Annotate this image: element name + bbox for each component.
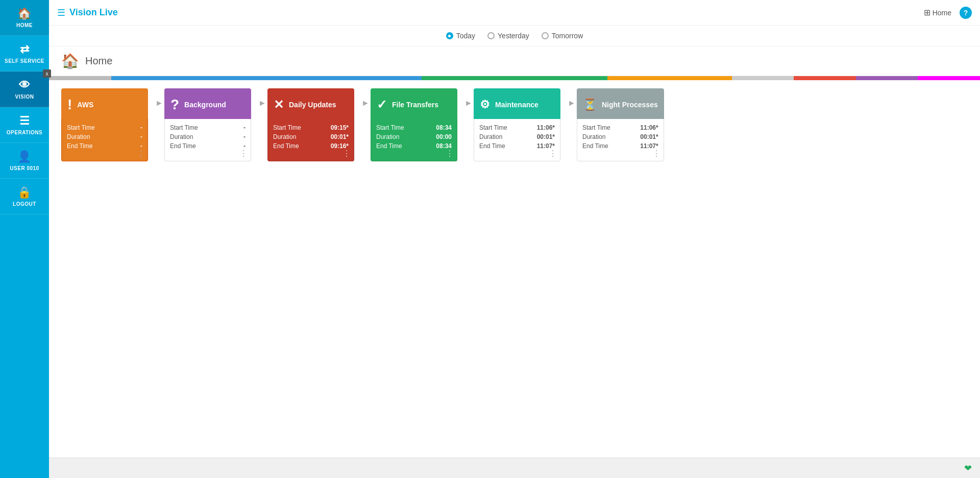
du-start-row: Start Time 09:15*: [273, 123, 349, 132]
bg-start-value: -: [243, 124, 246, 131]
du-end-label: End Time: [273, 142, 299, 150]
segment-2: [111, 76, 235, 80]
ft-duration-row: Duration 00:00: [376, 132, 452, 141]
ma-duration-label: Duration: [479, 133, 502, 140]
logout-icon: 🔒: [17, 186, 32, 199]
vision-close-button[interactable]: x: [43, 69, 51, 78]
aws-start-row: Start Time -: [67, 123, 142, 132]
bg-duration-value: -: [243, 133, 246, 140]
arrow-5: ►: [567, 99, 577, 108]
du-duration-value: 00:01*: [331, 133, 349, 140]
ma-duration-value: 00:01*: [537, 133, 555, 140]
card-header-maintenance: ⚙ Maintenance: [474, 88, 560, 119]
maintenance-menu-button[interactable]: ⋮: [549, 150, 557, 158]
ma-end-row: End Time 11:07*: [479, 141, 555, 151]
operations-icon: ☰: [19, 114, 30, 128]
menu-icon[interactable]: ☰: [57, 7, 65, 18]
ma-duration-row: Duration 00:01*: [479, 132, 555, 141]
card-aws[interactable]: ! AWS Start Time - Duration - End Time -: [61, 88, 148, 161]
file-transfers-title: File Transfers: [392, 101, 438, 109]
card-night-processes[interactable]: ⏳ Night Processes Start Time 11:06* Dura…: [577, 88, 664, 161]
background-icon: ?: [170, 97, 179, 113]
sidebar-label-self-service: SELF SERVICE: [5, 58, 44, 64]
sidebar-item-vision[interactable]: 👁 VISION: [0, 71, 49, 107]
np-end-value: 11:07*: [640, 142, 658, 150]
np-duration-label: Duration: [582, 133, 605, 140]
arrow-2: ►: [257, 99, 267, 108]
footer-heart-icon: ❤: [964, 463, 972, 474]
card-body-aws: Start Time - Duration - End Time - ⋮: [61, 119, 148, 161]
ma-start-row: Start Time 11:06*: [479, 123, 555, 132]
daily-updates-menu-button[interactable]: ⋮: [342, 150, 351, 158]
card-background[interactable]: ? Background Start Time - Duration - End…: [164, 88, 251, 161]
sidebar: 🏠 HOME ⇄ SELF SERVICE 👁 VISION ☰ OPERATI…: [0, 0, 49, 478]
aws-menu-button[interactable]: ⋮: [137, 150, 145, 158]
np-start-label: Start Time: [582, 124, 610, 131]
card-maintenance[interactable]: ⚙ Maintenance Start Time 11:06* Duration…: [474, 88, 560, 161]
card-header-daily-updates: ✕ Daily Updates: [267, 88, 354, 119]
file-transfers-icon: ✓: [377, 98, 387, 112]
np-duration-value: 00:01*: [640, 133, 658, 140]
radio-yesterday: [487, 32, 495, 39]
aws-end-label: End Time: [67, 142, 93, 150]
filter-tomorrow[interactable]: Tomorrow: [542, 32, 583, 40]
progress-strip: [49, 76, 980, 80]
aws-start-value: -: [140, 124, 142, 131]
ft-duration-label: Duration: [376, 133, 399, 140]
bg-start-row: Start Time -: [170, 123, 246, 132]
aws-icon: !: [67, 97, 72, 113]
ft-end-value: 08:34: [436, 142, 452, 150]
sidebar-item-self-service[interactable]: ⇄ SELF SERVICE: [0, 36, 49, 71]
card-header-aws: ! AWS: [61, 88, 148, 119]
file-transfers-menu-button[interactable]: ⋮: [446, 150, 454, 158]
breadcrumb-home-icon: 🏠: [61, 53, 79, 69]
ft-start-label: Start Time: [376, 124, 404, 131]
sidebar-item-user[interactable]: 👤 USER 0010: [0, 143, 49, 179]
np-start-value: 11:06*: [640, 124, 658, 131]
sidebar-item-home[interactable]: 🏠 HOME: [0, 0, 49, 36]
arrow-3: ►: [360, 99, 371, 108]
card-body-daily-updates: Start Time 09:15* Duration 00:01* End Ti…: [267, 119, 354, 161]
topbar-home-link[interactable]: ⊞ Home: [924, 8, 951, 17]
card-daily-updates[interactable]: ✕ Daily Updates Start Time 09:15* Durati…: [267, 88, 354, 161]
ft-duration-value: 00:00: [436, 133, 452, 140]
np-end-label: End Time: [582, 142, 608, 150]
segment-6: [732, 76, 794, 80]
grid-icon: ⊞: [924, 8, 930, 17]
card-file-transfers[interactable]: ✓ File Transfers Start Time 08:34 Durati…: [371, 88, 457, 161]
sidebar-item-logout[interactable]: 🔒 LOGOUT: [0, 179, 49, 214]
sidebar-label-vision: VISION: [15, 94, 34, 100]
bg-end-value: -: [243, 142, 246, 150]
maintenance-title: Maintenance: [495, 101, 538, 109]
ma-start-value: 11:06*: [537, 124, 555, 131]
sidebar-item-operations[interactable]: ☰ OPERATIONS: [0, 107, 49, 143]
aws-end-value: -: [140, 142, 142, 150]
du-start-label: Start Time: [273, 124, 301, 131]
radio-today: [446, 32, 453, 39]
aws-duration-value: -: [140, 133, 142, 140]
aws-duration-label: Duration: [67, 133, 90, 140]
background-menu-button[interactable]: ⋮: [239, 150, 248, 158]
sidebar-label-user: USER 0010: [10, 165, 39, 171]
du-start-value: 09:15*: [331, 124, 349, 131]
segment-1: [49, 76, 111, 80]
self-service-icon: ⇄: [20, 43, 30, 56]
arrow-1: ►: [154, 99, 164, 108]
help-button[interactable]: ?: [960, 7, 972, 19]
ft-start-row: Start Time 08:34: [376, 123, 452, 132]
segment-5: [607, 76, 731, 80]
cards-row: ! AWS Start Time - Duration - End Time -: [61, 88, 968, 161]
cards-area: ! AWS Start Time - Duration - End Time -: [49, 80, 980, 458]
filter-yesterday[interactable]: Yesterday: [487, 32, 529, 40]
filter-today[interactable]: Today: [446, 32, 475, 40]
card-header-file-transfers: ✓ File Transfers: [371, 88, 457, 119]
segment-3: [235, 76, 422, 80]
vision-icon: 👁: [19, 79, 31, 92]
bg-duration-row: Duration -: [170, 132, 246, 141]
topbar-left: ☰ Vision Live: [57, 7, 118, 18]
night-processes-menu-button[interactable]: ⋮: [652, 150, 660, 158]
ft-end-row: End Time 08:34: [376, 141, 452, 151]
bg-duration-label: Duration: [170, 133, 193, 140]
segment-9: [918, 76, 980, 80]
card-header-night-processes: ⏳ Night Processes: [577, 88, 664, 119]
